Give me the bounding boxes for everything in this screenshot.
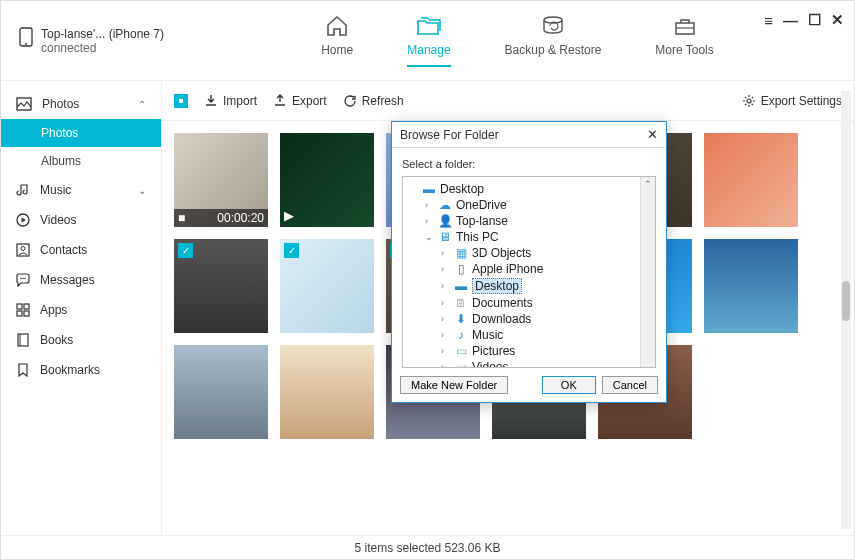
expand-arrow-icon[interactable]: › [441,248,450,258]
sidebar-item-messages[interactable]: Messages [1,265,161,295]
tree-node[interactable]: ›▬Desktop [403,277,655,295]
menu-icon[interactable]: ≡ [764,12,773,29]
tree-node-label: Desktop [440,182,484,196]
ok-button[interactable]: OK [542,376,596,394]
sidebar-label: Videos [40,213,76,227]
bookmark-icon [16,363,30,377]
select-all-checkbox[interactable] [174,94,188,108]
tree-node[interactable]: ›🗎Documents [403,295,655,311]
sidebar-label: Apps [40,303,67,317]
expand-arrow-icon[interactable]: › [441,346,450,356]
expand-arrow-icon[interactable]: › [425,216,434,226]
nav-tabs: Home Manage Backup & Restore More Tools [199,15,836,67]
tree-node[interactable]: ▬Desktop [403,181,655,197]
chevron-up-icon: ⌃ [138,99,146,110]
dialog-close-icon[interactable]: ✕ [647,127,658,142]
export-settings-button[interactable]: Export Settings [742,94,842,108]
sidebar-sub-albums[interactable]: Albums [1,147,161,175]
desktop-icon: ▬ [422,183,436,195]
phone-icon [19,27,33,47]
thumbnail[interactable]: ▶ [280,133,374,227]
svg-rect-12 [17,304,22,309]
tree-node[interactable]: ›▦3D Objects [403,245,655,261]
svg-point-1 [25,43,27,45]
expand-arrow-icon[interactable]: › [441,330,450,340]
thumbnail[interactable] [280,345,374,439]
phone-icon: ▯ [454,263,468,275]
sidebar-item-books[interactable]: Books [1,325,161,355]
refresh-icon [343,94,357,108]
thumbnail[interactable] [704,239,798,333]
tree-node[interactable]: ›👤Top-lanse [403,213,655,229]
sidebar-item-apps[interactable]: Apps [1,295,161,325]
tree-node[interactable]: ›▭Pictures [403,343,655,359]
minimize-button[interactable]: — [783,12,798,29]
tree-scrollbar[interactable]: ⌃ [640,177,655,367]
dialog-header[interactable]: Browse For Folder ✕ [392,122,666,148]
sidebar-item-photos[interactable]: Photos ⌃ [1,89,161,119]
tree-node[interactable]: ›☁OneDrive [403,197,655,213]
tab-home[interactable]: Home [321,15,353,67]
scroll-up-icon[interactable]: ⌃ [641,177,655,191]
device-title: Top-lanse'... (iPhone 7) [41,27,164,41]
expand-arrow-icon[interactable]: › [441,362,450,368]
tab-backup[interactable]: Backup & Restore [505,15,602,67]
refresh-button[interactable]: Refresh [343,94,404,108]
export-button[interactable]: Export [273,94,327,108]
thumbnail[interactable]: ■ 00:00:20 [174,133,268,227]
close-button[interactable]: ✕ [831,11,844,29]
dialog-buttons: Make New Folder OK Cancel [392,368,666,402]
maximize-button[interactable]: ☐ [808,11,821,29]
sidebar-sub-photos[interactable]: Photos [1,119,161,147]
import-label: Import [223,94,257,108]
music-icon: ♪ [454,329,468,341]
thumbnail[interactable] [174,345,268,439]
tree-node[interactable]: ›⬇Downloads [403,311,655,327]
tab-tools[interactable]: More Tools [655,15,713,67]
expand-arrow-icon[interactable]: › [425,200,434,210]
tree-node[interactable]: ›▭Videos [403,359,655,368]
thumbnail[interactable] [704,133,798,227]
video-icon: ■ [178,211,185,225]
vid-icon: ▭ [454,361,468,368]
tree-node[interactable]: ›♪Music [403,327,655,343]
sidebar-label: Contacts [40,243,87,257]
chevron-down-icon: ⌄ [138,185,146,196]
tab-tools-label: More Tools [655,43,713,57]
thumbnail[interactable] [174,239,268,333]
expand-arrow-icon[interactable]: › [441,264,450,274]
import-button[interactable]: Import [204,94,257,108]
thumbnail[interactable] [280,239,374,333]
sidebar-label: Photos [42,97,79,111]
sidebar: Photos ⌃ Photos Albums Music ⌄ Videos Co… [1,81,161,535]
folder-tree[interactable]: ▬Desktop›☁OneDrive›👤Top-lanse⌄🖥This PC›▦… [402,176,656,368]
apps-icon [16,303,30,317]
cloud-icon: ☁ [438,199,452,211]
tree-node[interactable]: ›▯Apple iPhone [403,261,655,277]
backup-icon [541,15,565,37]
svg-point-18 [747,99,751,103]
expand-arrow-icon[interactable]: ⌄ [425,232,434,242]
pc-icon: 🖥 [438,231,452,243]
expand-arrow-icon[interactable]: › [441,298,450,308]
contact-icon [16,243,30,257]
sidebar-item-contacts[interactable]: Contacts [1,235,161,265]
expand-arrow-icon[interactable]: › [441,314,450,324]
selected-badge [178,243,193,258]
tree-node-label: OneDrive [456,198,507,212]
scrollbar[interactable] [841,91,851,529]
tab-manage[interactable]: Manage [407,15,450,67]
chat-icon [16,273,30,287]
toolbox-icon [673,15,697,37]
cancel-button[interactable]: Cancel [602,376,658,394]
make-new-folder-button[interactable]: Make New Folder [400,376,508,394]
expand-arrow-icon[interactable]: › [441,281,450,291]
tree-node-label: Videos [472,360,508,368]
scrollbar-thumb[interactable] [842,281,850,321]
down-icon: ⬇ [454,313,468,325]
sidebar-item-bookmarks[interactable]: Bookmarks [1,355,161,385]
tree-node[interactable]: ⌄🖥This PC [403,229,655,245]
dialog-subtitle: Select a folder: [392,148,666,176]
sidebar-item-videos[interactable]: Videos [1,205,161,235]
sidebar-item-music[interactable]: Music ⌄ [1,175,161,205]
